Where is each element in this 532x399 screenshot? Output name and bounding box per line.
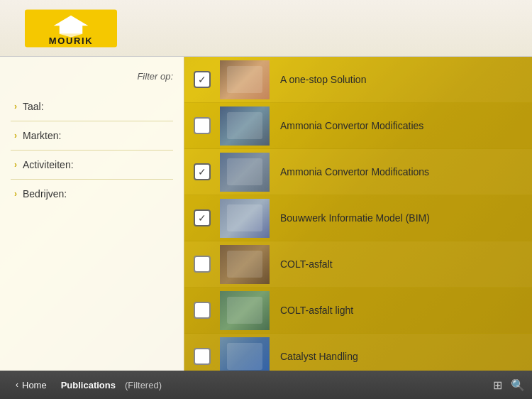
list-item[interactable]: ✓Ammonia Convertor Modifications — [184, 149, 532, 195]
checkbox[interactable]: ✓ — [194, 163, 211, 180]
sidebar-item-label: Markten: — [23, 130, 61, 141]
thumbnail — [220, 199, 270, 238]
checkbox-area: ✓ — [184, 209, 220, 226]
item-title: Ammonia Convertor Modifications — [280, 166, 532, 177]
filter-label: Filter op: — [11, 71, 173, 82]
svg-rect-7 — [227, 204, 262, 231]
sidebar-item-markten[interactable]: › Markten: — [11, 121, 173, 151]
footer-right-icons: ⊞ 🔍 — [493, 378, 525, 392]
thumbnail — [220, 245, 270, 284]
list-item[interactable]: COLT-asfalt light — [184, 288, 532, 334]
checkbox[interactable] — [194, 117, 211, 134]
checkbox-area — [184, 348, 220, 365]
checkbox[interactable] — [194, 348, 211, 365]
main-content: Filter op: › Taal: › Markten: › Activite… — [0, 57, 532, 385]
chevron-right-icon: › — [14, 160, 17, 170]
checkbox[interactable] — [194, 302, 211, 319]
item-title: Ammonia Convertor Modificaties — [280, 120, 532, 131]
logo-container: MOURIK — [14, 7, 128, 50]
svg-rect-9 — [227, 297, 262, 324]
svg-text:MOURIK: MOURIK — [49, 35, 93, 46]
footer-home-label: Home — [22, 380, 47, 390]
svg-rect-6 — [227, 158, 262, 185]
thumbnail — [220, 153, 270, 192]
item-title: Bouwwerk Informatie Model (BIM) — [280, 212, 532, 224]
publications-list: ✓A one-stop SolutionAmmonia Convertor Mo… — [184, 57, 532, 385]
svg-rect-10 — [227, 343, 262, 370]
sidebar-item-activiteiten[interactable]: › Activiteiten: — [11, 151, 173, 180]
footer-home-button[interactable]: ‹ Home — [7, 380, 55, 390]
item-title: Catalyst Handling — [280, 351, 532, 362]
checkbox[interactable]: ✓ — [194, 209, 211, 226]
checkbox[interactable]: ✓ — [194, 71, 211, 88]
footer-filtered-label: (Filtered) — [121, 380, 165, 390]
chevron-right-icon: › — [14, 131, 17, 141]
checkbox[interactable] — [194, 256, 211, 273]
chevron-left-icon: ‹ — [16, 380, 18, 390]
sidebar-item-taal[interactable]: › Taal: — [11, 92, 173, 121]
thumbnail — [220, 291, 270, 330]
list-item[interactable]: Ammonia Convertor Modificaties — [184, 103, 532, 149]
footer: ‹ Home Publications (Filtered) ⊞ 🔍 — [0, 371, 532, 399]
grid-icon[interactable]: ⊞ — [493, 378, 502, 392]
list-item[interactable]: ✓Bouwwerk Informatie Model (BIM) — [184, 195, 532, 241]
checkbox-area: ✓ — [184, 163, 220, 180]
footer-publications-button[interactable]: Publications — [55, 380, 121, 390]
mourik-logo: MOURIK — [25, 7, 117, 50]
item-title: COLT-asfalt light — [280, 305, 532, 316]
sidebar: Filter op: › Taal: › Markten: › Activite… — [0, 57, 184, 385]
checkbox-area: ✓ — [184, 71, 220, 88]
footer-nav: ‹ Home Publications (Filtered) — [7, 380, 165, 390]
svg-rect-8 — [227, 251, 262, 278]
checkbox-area — [184, 302, 220, 319]
thumbnail — [220, 60, 270, 99]
item-title: A one-stop Solution — [280, 74, 532, 85]
sidebar-item-bedrijven[interactable]: › Bedrijven: — [11, 180, 173, 208]
sidebar-item-label: Taal: — [23, 101, 44, 112]
sidebar-item-label: Activiteiten: — [23, 159, 74, 170]
checkbox-area — [184, 117, 220, 134]
thumbnail — [220, 106, 270, 146]
chevron-right-icon: › — [14, 102, 17, 111]
search-icon[interactable]: 🔍 — [511, 378, 525, 392]
item-title: COLT-asfalt — [280, 258, 532, 270]
svg-rect-5 — [227, 112, 262, 139]
chevron-right-icon: › — [14, 189, 17, 199]
svg-rect-4 — [227, 66, 262, 93]
sidebar-item-label: Bedrijven: — [23, 188, 67, 200]
list-item[interactable]: ✓A one-stop Solution — [184, 57, 532, 103]
checkbox-area — [184, 256, 220, 273]
header: MOURIK — [0, 0, 532, 57]
list-item[interactable]: COLT-asfalt — [184, 241, 532, 288]
